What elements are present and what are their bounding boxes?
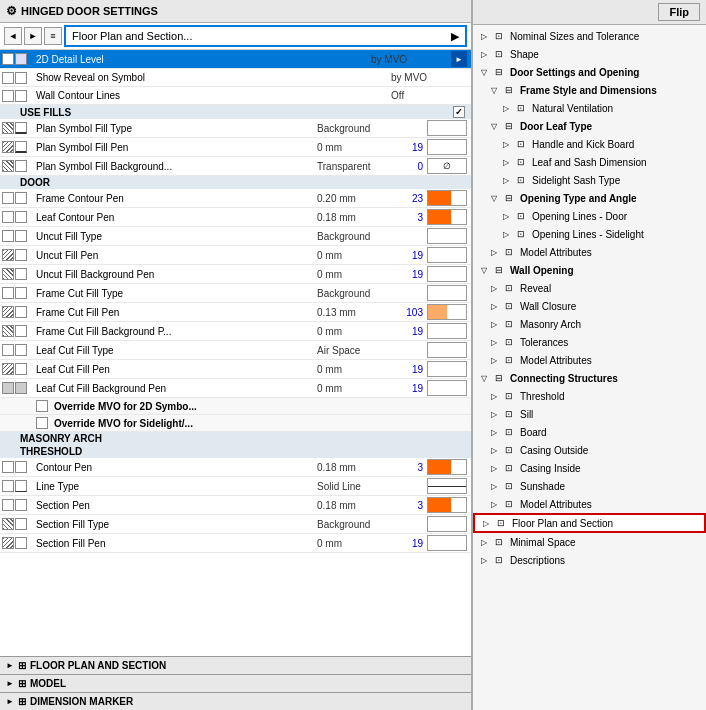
tree-sidelight-sash[interactable]: ▷ ⊡ Sidelight Sash Type	[473, 171, 706, 189]
tree-tolerances[interactable]: ▷ ⊡ Tolerances	[473, 333, 706, 351]
tree-frame-style[interactable]: ▽ ⊟ Frame Style and Dimensions	[473, 81, 706, 99]
tree-board[interactable]: ▷ ⊡ Board	[473, 423, 706, 441]
check-1[interactable]	[2, 192, 14, 204]
handle-icon: ⊡	[513, 137, 529, 151]
tree-nominal-sizes[interactable]: ▷ ⊡ Nominal Sizes and Tolerance	[473, 27, 706, 45]
nav-list-button[interactable]: ≡	[44, 27, 62, 45]
frame-contour-value: 0.20 mm	[317, 193, 397, 204]
leaf-contour-label: Leaf Contour Pen	[32, 212, 317, 223]
tolerances-expand-icon: ▷	[491, 338, 501, 347]
check-6[interactable]	[2, 461, 14, 473]
frame-style-label: Frame Style and Dimensions	[520, 85, 657, 96]
section-dropdown[interactable]: Floor Plan and Section... ▶	[64, 25, 467, 47]
frame-cut-fill-bg-row[interactable]: Frame Cut Fill Background P... 0 mm 19	[0, 322, 471, 341]
nav-forward-button[interactable]: ►	[24, 27, 42, 45]
uncut-fill-pen-value: 0 mm	[317, 250, 397, 261]
section-fill-pen-row[interactable]: Section Fill Pen 0 mm 19	[0, 534, 471, 553]
line-icon-1	[15, 122, 27, 134]
use-fills-check-icon[interactable]: ✓	[453, 106, 465, 118]
uncut-fill-type-row[interactable]: Uncut Fill Type Background	[0, 227, 471, 246]
plan-fill-pen-row[interactable]: Plan Symbol Fill Pen 0 mm 19	[0, 138, 471, 157]
uncut-fill-bg-row[interactable]: Uncut Fill Background Pen 0 mm 19	[0, 265, 471, 284]
tree-leaf-sash[interactable]: ▷ ⊡ Leaf and Sash Dimension	[473, 153, 706, 171]
override-mvo-sidelight-row[interactable]: Override MVO for Sidelight/...	[0, 415, 471, 432]
frame-cut-fill-bg-num: 19	[397, 326, 427, 337]
tree-door-settings[interactable]: ▽ ⊟ Door Settings and Opening	[473, 63, 706, 81]
model-section-bottom[interactable]: ► ⊞ MODEL	[0, 674, 471, 692]
use-fills-checkbox[interactable]: ✓	[453, 106, 465, 118]
line-icon-16	[15, 499, 27, 511]
frame-contour-row[interactable]: Frame Contour Pen 0.20 mm 23	[0, 189, 471, 208]
override-mvo-sidelight-check[interactable]	[36, 417, 48, 429]
tree-masonry-arch[interactable]: ▷ ⊡ Masonry Arch	[473, 315, 706, 333]
tree-sill[interactable]: ▷ ⊡ Sill	[473, 405, 706, 423]
line-type-row[interactable]: Line Type Solid Line	[0, 477, 471, 496]
leaf-cut-fill-type-row[interactable]: Leaf Cut Fill Type Air Space	[0, 341, 471, 360]
tree-floor-plan-section[interactable]: ▷ ⊡ Floor Plan and Section	[473, 513, 706, 533]
tree-opening-lines-door[interactable]: ▷ ⊡ Opening Lines - Door	[473, 207, 706, 225]
shape-label: Shape	[510, 49, 539, 60]
tree-sunshade[interactable]: ▷ ⊡ Sunshade	[473, 477, 706, 495]
plan-fill-bg-row[interactable]: Plan Symbol Fill Background... Transpare…	[0, 157, 471, 176]
check-5[interactable]	[2, 344, 14, 356]
section-pen-row[interactable]: Section Pen 0.18 mm 3	[0, 496, 471, 515]
leaf-cut-fill-pen-row[interactable]: Leaf Cut Fill Pen 0 mm 19	[0, 360, 471, 379]
masonry-arch-label: MASONRY ARCH	[20, 433, 102, 444]
flip-button[interactable]: Flip	[658, 3, 700, 21]
model-arrow-icon: ►	[6, 679, 14, 688]
floor-plan-section-bottom[interactable]: ► ⊞ FLOOR PLAN AND SECTION	[0, 656, 471, 674]
tree-opening-type[interactable]: ▽ ⊟ Opening Type and Angle	[473, 189, 706, 207]
tree-threshold[interactable]: ▷ ⊡ Threshold	[473, 387, 706, 405]
check-4[interactable]	[2, 287, 14, 299]
row-icons-17	[0, 382, 32, 394]
tree-opening-lines-sidelight[interactable]: ▷ ⊡ Opening Lines - Sidelight	[473, 225, 706, 243]
tree-wall-closure[interactable]: ▷ ⊡ Wall Closure	[473, 297, 706, 315]
check-2[interactable]	[2, 211, 14, 223]
tree-shape[interactable]: ▷ ⊡ Shape	[473, 45, 706, 63]
dimension-marker-section-bottom[interactable]: ► ⊞ DIMENSION MARKER	[0, 692, 471, 710]
board-expand-icon: ▷	[491, 428, 501, 437]
leaf-contour-num: 3	[397, 212, 427, 223]
tree-model-attrs-door[interactable]: ▷ ⊡ Model Attributes	[473, 243, 706, 261]
uncut-fill-pen-row[interactable]: Uncut Fill Pen 0 mm 19	[0, 246, 471, 265]
override-mvo-2d-check[interactable]	[36, 400, 48, 412]
use-fills-header: USE FILLS ✓	[0, 105, 471, 119]
leaf-contour-row[interactable]: Leaf Contour Pen 0.18 mm 3	[0, 208, 471, 227]
nav-back-button[interactable]: ◄	[4, 27, 22, 45]
reveal-label: Reveal	[520, 283, 551, 294]
frame-cut-fill-pen-row[interactable]: Frame Cut Fill Pen 0.13 mm 103	[0, 303, 471, 322]
plan-fill-type-swatch	[427, 120, 467, 136]
tree-model-attrs-wall[interactable]: ▷ ⊡ Model Attributes	[473, 351, 706, 369]
wall-contour-row[interactable]: Wall Contour Lines Off	[0, 87, 471, 105]
tree-natural-ventilation[interactable]: ▷ ⊡ Natural Ventilation	[473, 99, 706, 117]
frame-cut-fill-type-row[interactable]: Frame Cut Fill Type Background	[0, 284, 471, 303]
selected-row[interactable]: 2D Detail Level by MVO ►	[0, 50, 471, 69]
tree-handle-kick[interactable]: ▷ ⊡ Handle and Kick Board	[473, 135, 706, 153]
override-mvo-2d-row[interactable]: Override MVO for 2D Symbo...	[0, 398, 471, 415]
plan-fill-type-row[interactable]: Plan Symbol Fill Type Background	[0, 119, 471, 138]
tolerances-label: Tolerances	[520, 337, 568, 348]
tree-door-leaf-type[interactable]: ▽ ⊟ Door Leaf Type	[473, 117, 706, 135]
tree-wall-opening[interactable]: ▽ ⊟ Wall Opening	[473, 261, 706, 279]
tree-model-attrs-connecting[interactable]: ▷ ⊡ Model Attributes	[473, 495, 706, 513]
section-pen-label: Section Pen	[32, 500, 317, 511]
tree-connecting-structures[interactable]: ▽ ⊟ Connecting Structures	[473, 369, 706, 387]
check-7[interactable]	[2, 480, 14, 492]
check-3[interactable]	[2, 230, 14, 242]
leaf-cut-fill-bg-pen-row[interactable]: Leaf Cut Fill Background Pen 0 mm 19	[0, 379, 471, 398]
check-8[interactable]	[2, 499, 14, 511]
threshold-contour-row[interactable]: Contour Pen 0.18 mm 3	[0, 458, 471, 477]
row-icon-1	[2, 53, 14, 65]
leaf-sash-expand-icon: ▷	[503, 158, 513, 167]
tree-casing-inside[interactable]: ▷ ⊡ Casing Inside	[473, 459, 706, 477]
tree-descriptions[interactable]: ▷ ⊡ Descriptions	[473, 551, 706, 569]
tree-casing-outside[interactable]: ▷ ⊡ Casing Outside	[473, 441, 706, 459]
tree-minimal-space[interactable]: ▷ ⊡ Minimal Space	[473, 533, 706, 551]
sidelight-sash-expand-icon: ▷	[503, 176, 513, 185]
tree-reveal[interactable]: ▷ ⊡ Reveal	[473, 279, 706, 297]
row-icons-12	[0, 287, 32, 299]
section-fill-type-row[interactable]: Section Fill Type Background	[0, 515, 471, 534]
open-lines-side-icon: ⊡	[513, 227, 529, 241]
show-reveal-row[interactable]: Show Reveal on Symbol by MVO	[0, 69, 471, 87]
row-icon-d	[15, 90, 27, 102]
